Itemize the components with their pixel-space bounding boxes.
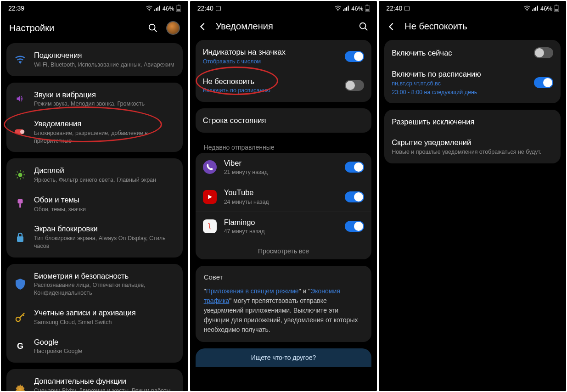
toggle-switch[interactable] bbox=[345, 80, 364, 91]
toggle-switch[interactable] bbox=[345, 51, 364, 62]
status-battery: 46% bbox=[351, 5, 363, 12]
back-icon[interactable] bbox=[387, 22, 395, 31]
screenshot-icon bbox=[404, 6, 410, 11]
avatar[interactable] bbox=[166, 21, 180, 35]
settings-row-biometrics[interactable]: Биометрия и безопасность Распознавание л… bbox=[6, 266, 183, 302]
toggle-switch[interactable] bbox=[345, 191, 364, 202]
status-time: 22:40 bbox=[197, 5, 213, 12]
row-sub: Новые и прошлые уведомления отображаться… bbox=[392, 148, 553, 156]
row-badges[interactable]: Индикаторы на значках Отображать с число… bbox=[196, 42, 372, 71]
settings-group: Звуки и вибрация Режим звука, Мелодия зв… bbox=[6, 83, 183, 152]
app-row[interactable]: Viber 21 минуту назад bbox=[196, 153, 372, 182]
status-time: 22:39 bbox=[8, 5, 24, 12]
toggle-switch[interactable] bbox=[345, 162, 364, 173]
tip-link[interactable]: Приложения в спящем режиме bbox=[206, 287, 299, 295]
key-icon bbox=[15, 312, 25, 322]
row-schedule[interactable]: Включить по расписанию пн,вт,ср,чт,пт,сб… bbox=[384, 64, 561, 101]
tip-card: Совет "Приложения в спящем режиме" и "Эк… bbox=[196, 266, 372, 342]
settings-group: Дисплей Яркость, Фильтр синего света, Гл… bbox=[6, 158, 183, 257]
svg-point-6 bbox=[20, 130, 24, 134]
svg-rect-30 bbox=[555, 9, 558, 11]
row-title: Звуки и вибрация bbox=[34, 90, 175, 100]
row-dnd[interactable]: Не беспокоить Включить по расписанию bbox=[196, 71, 372, 101]
row-sub: Включить по расписанию bbox=[203, 87, 338, 95]
row-title: Включить сейчас bbox=[392, 48, 527, 58]
recent-apps: Viber 21 минуту назад YouTube 24 минуты … bbox=[196, 153, 372, 260]
row-sub: Samsung Cloud, Smart Switch bbox=[34, 319, 175, 326]
row-title: Экран блокировки bbox=[34, 224, 175, 234]
view-all-button[interactable]: Просмотреть все bbox=[196, 241, 372, 259]
svg-rect-2 bbox=[177, 9, 180, 11]
settings-group: Биометрия и безопасность Распознавание л… bbox=[6, 264, 183, 363]
signal-icon bbox=[154, 6, 161, 11]
row-enable-now[interactable]: Включить сейчас bbox=[384, 42, 561, 64]
svg-rect-18 bbox=[17, 236, 23, 242]
status-battery: 46% bbox=[540, 5, 552, 12]
settings-row-sounds[interactable]: Звуки и вибрация Режим звука, Мелодия зв… bbox=[6, 84, 183, 114]
status-battery: 46% bbox=[163, 5, 174, 12]
row-sub: Wi-Fi, Bluetooth, Использование данных, … bbox=[34, 61, 175, 69]
row-title: Google bbox=[34, 337, 175, 347]
app-row[interactable]: YouTube 24 минуты назад bbox=[196, 182, 372, 212]
settings-row-wallpaper[interactable]: Обои и темы Обои, темы, значки bbox=[6, 190, 183, 219]
search-hint[interactable]: Ищете что-то другое? bbox=[196, 348, 372, 367]
row-title: Биометрия и безопасность bbox=[34, 271, 175, 281]
settings-row-accounts[interactable]: Учетные записи и архивация Samsung Cloud… bbox=[6, 302, 183, 332]
settings-row-google[interactable]: G Google Настройки Google bbox=[6, 332, 183, 361]
row-hide-notifications[interactable]: Скрытие уведомлений Новые и прошлые увед… bbox=[384, 132, 561, 162]
header: Уведомления bbox=[190, 15, 377, 40]
svg-rect-16 bbox=[18, 199, 23, 203]
settings-row-notifications[interactable]: Уведомления Блокирование, разрешение, до… bbox=[6, 113, 183, 150]
svg-line-21 bbox=[23, 314, 24, 316]
tip-body: "Приложения в спящем режиме" и "Экономия… bbox=[204, 286, 364, 335]
row-sub: Настройки Google bbox=[34, 347, 175, 355]
page-title: Уведомления bbox=[216, 21, 273, 32]
app-row[interactable]: Flamingo 47 минут назад bbox=[196, 212, 372, 241]
wifi-icon bbox=[524, 6, 530, 11]
svg-line-13 bbox=[23, 178, 24, 179]
svg-rect-25 bbox=[366, 9, 369, 11]
settings-row-lockscreen[interactable]: Экран блокировки Тип блокировки экрана, … bbox=[6, 218, 183, 255]
status-right: 46% bbox=[524, 5, 559, 12]
status-bar: 22:39 46% bbox=[1, 1, 188, 15]
app-icon-youtube bbox=[203, 190, 217, 204]
back-icon[interactable] bbox=[198, 22, 207, 31]
row-title: Индикаторы на значках bbox=[203, 47, 338, 57]
signal-icon bbox=[343, 6, 349, 11]
svg-line-15 bbox=[23, 172, 24, 173]
notification-group: Индикаторы на значках Отображать с число… bbox=[196, 40, 372, 102]
brush-icon bbox=[16, 199, 25, 209]
row-sub: Распознавание лица, Отпечатки пальцев, К… bbox=[34, 281, 175, 297]
row-sub: Отображать с числом bbox=[203, 58, 338, 66]
svg-point-3 bbox=[149, 24, 155, 30]
settings-group: Дополнительные функции Сценарии Bixby, Д… bbox=[6, 369, 183, 391]
shield-icon bbox=[16, 279, 25, 290]
wifi-icon bbox=[15, 56, 25, 64]
toggle-switch[interactable] bbox=[534, 47, 553, 58]
row-sub: 23:00 - 8:00 на следующий день bbox=[392, 89, 527, 96]
row-statusbar[interactable]: Строка состояния bbox=[196, 110, 372, 131]
search-icon[interactable] bbox=[148, 23, 158, 33]
screenshot-icon bbox=[216, 6, 221, 11]
row-sub: Сценарии Bixby, Движения и жесты, Режим … bbox=[34, 387, 175, 391]
row-title: Не беспокоить bbox=[203, 77, 338, 86]
row-sub: Режим звука, Мелодия звонка, Громкость bbox=[34, 100, 175, 108]
row-exceptions[interactable]: Разрешить исключения bbox=[384, 112, 561, 132]
search-icon[interactable] bbox=[359, 22, 369, 32]
row-sub: Тип блокировки экрана, Always On Display… bbox=[34, 235, 175, 250]
toggle-switch[interactable] bbox=[345, 221, 364, 232]
signal-icon bbox=[532, 6, 539, 11]
toggle-switch[interactable] bbox=[534, 77, 553, 88]
row-title: Включить по расписанию bbox=[392, 69, 527, 79]
row-title: Строка состояния bbox=[203, 116, 365, 125]
svg-line-27 bbox=[365, 28, 368, 30]
notification-icon bbox=[15, 128, 26, 135]
settings-row-connections[interactable]: Подключения Wi-Fi, Bluetooth, Использова… bbox=[6, 45, 183, 74]
lock-icon bbox=[16, 232, 24, 242]
app-name: Viber bbox=[224, 158, 338, 168]
app-time: 47 минут назад bbox=[224, 228, 338, 235]
row-sub: Обои, темы, значки bbox=[34, 206, 175, 213]
settings-row-display[interactable]: Дисплей Яркость, Фильтр синего света, Гл… bbox=[6, 160, 183, 190]
app-icon-viber bbox=[203, 160, 217, 174]
settings-row-advanced[interactable]: Дополнительные функции Сценарии Bixby, Д… bbox=[6, 371, 183, 391]
